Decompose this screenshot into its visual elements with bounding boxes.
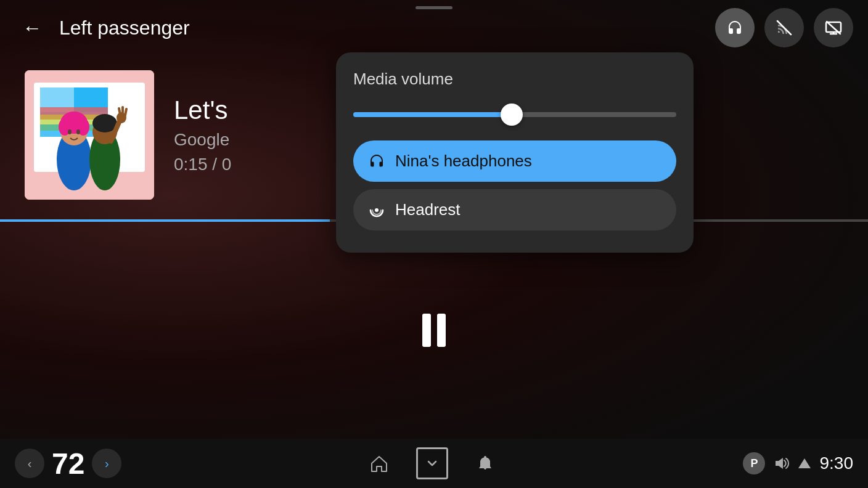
notifications-button[interactable] xyxy=(468,446,502,481)
volume-icon xyxy=(772,455,790,472)
svg-line-27 xyxy=(119,108,120,115)
home-icon xyxy=(369,453,389,473)
headphones-button[interactable] xyxy=(715,8,755,47)
speed-display: 72 xyxy=(52,447,84,481)
volume-label: Media volume xyxy=(353,70,676,89)
svg-line-29 xyxy=(125,109,126,115)
svg-point-20 xyxy=(68,129,72,134)
speed-up-button[interactable]: › xyxy=(92,449,121,478)
collapse-button[interactable] xyxy=(416,447,448,479)
volume-popup: Media volume Nina's headphones Headrest xyxy=(336,52,694,253)
headphones-option-icon xyxy=(368,153,385,170)
bell-icon xyxy=(476,454,494,473)
header: ← Left passenger xyxy=(0,0,868,55)
album-art xyxy=(25,70,154,200)
svg-point-21 xyxy=(76,129,80,134)
signal-icon xyxy=(797,456,812,471)
screen-off-icon xyxy=(824,18,843,37)
track-title: Let's xyxy=(174,96,231,125)
bottom-nav: ‹ 72 › P 9:30 xyxy=(0,439,868,488)
pause-bar-left xyxy=(422,314,431,347)
volume-slider-track xyxy=(353,112,676,117)
pause-bar-right xyxy=(437,314,446,347)
ninas-headphones-label: Nina's headphones xyxy=(395,152,532,171)
back-arrow-icon: ← xyxy=(22,17,42,39)
back-button[interactable]: ← xyxy=(15,10,49,45)
cast-off-icon xyxy=(775,18,793,37)
cast-off-button[interactable] xyxy=(764,8,804,47)
album-art-image xyxy=(25,70,154,200)
headrest-option[interactable]: Headrest xyxy=(353,189,676,230)
ninas-headphones-option[interactable]: Nina's headphones xyxy=(353,140,676,182)
bottom-left: ‹ 72 › xyxy=(15,447,121,481)
playback-controls xyxy=(0,222,868,439)
pause-button[interactable] xyxy=(422,314,446,347)
track-info: Let's Google 0:15 / 0 xyxy=(174,96,231,174)
p-badge: P xyxy=(743,452,765,474)
track-artist: Google xyxy=(174,130,231,150)
track-time: 0:15 / 0 xyxy=(174,155,231,174)
home-button[interactable] xyxy=(362,446,396,481)
headphones-icon xyxy=(726,18,744,37)
screen-off-button[interactable] xyxy=(814,8,853,47)
progress-bar-fill xyxy=(0,219,330,222)
speed-down-button[interactable]: ‹ xyxy=(15,449,44,478)
volume-slider-thumb xyxy=(501,104,523,126)
bottom-center xyxy=(362,446,502,481)
volume-slider-fill xyxy=(353,112,512,117)
volume-slider[interactable] xyxy=(353,101,676,128)
time-display: 9:30 xyxy=(819,453,853,473)
header-icons xyxy=(715,8,853,47)
collapse-icon xyxy=(425,456,440,471)
headrest-label: Headrest xyxy=(395,200,461,219)
svg-point-5 xyxy=(375,208,379,212)
page-title: Left passenger xyxy=(59,17,190,39)
bottom-right: P 9:30 xyxy=(743,452,853,474)
headrest-icon xyxy=(368,201,385,219)
